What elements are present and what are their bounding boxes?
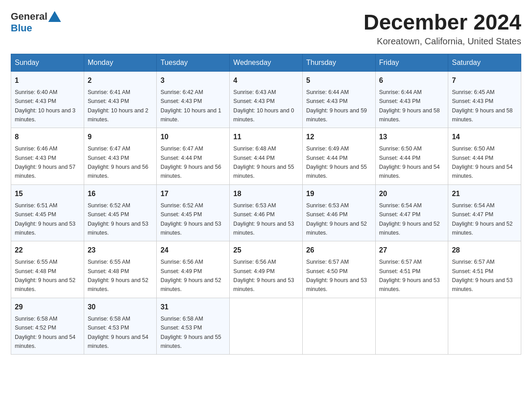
table-row: 11Sunrise: 6:48 AMSunset: 4:44 PMDayligh… xyxy=(230,128,303,185)
col-saturday: Saturday xyxy=(448,54,521,71)
logo-general-text: General xyxy=(11,11,47,22)
calendar-week-row: 1Sunrise: 6:40 AMSunset: 4:43 PMDaylight… xyxy=(11,71,521,128)
day-info: Sunrise: 6:47 AMSunset: 4:44 PMDaylight:… xyxy=(160,146,221,179)
table-row: 26Sunrise: 6:57 AMSunset: 4:50 PMDayligh… xyxy=(302,241,375,298)
day-number: 30 xyxy=(88,302,153,313)
day-info: Sunrise: 6:57 AMSunset: 4:51 PMDaylight:… xyxy=(452,259,513,292)
day-info: Sunrise: 6:56 AMSunset: 4:49 PMDaylight:… xyxy=(233,259,294,292)
page-header: General Blue December 2024 Koreatown, Ca… xyxy=(11,11,521,47)
day-number: 1 xyxy=(15,75,80,86)
table-row: 6Sunrise: 6:44 AMSunset: 4:43 PMDaylight… xyxy=(375,71,448,128)
day-info: Sunrise: 6:58 AMSunset: 4:52 PMDaylight:… xyxy=(15,316,76,349)
table-row: 31Sunrise: 6:58 AMSunset: 4:53 PMDayligh… xyxy=(157,298,230,355)
calendar-title: December 2024 xyxy=(364,11,521,34)
logo: General Blue xyxy=(11,11,61,34)
day-info: Sunrise: 6:43 AMSunset: 4:43 PMDaylight:… xyxy=(233,89,294,123)
table-row: 22Sunrise: 6:55 AMSunset: 4:48 PMDayligh… xyxy=(11,241,84,298)
table-row xyxy=(375,298,448,355)
day-info: Sunrise: 6:56 AMSunset: 4:49 PMDaylight:… xyxy=(160,259,221,292)
calendar-subtitle: Koreatown, California, United States xyxy=(364,36,521,47)
table-row: 29Sunrise: 6:58 AMSunset: 4:52 PMDayligh… xyxy=(11,298,84,355)
day-number: 8 xyxy=(15,132,80,142)
table-row: 9Sunrise: 6:47 AMSunset: 4:43 PMDaylight… xyxy=(84,128,157,185)
col-wednesday: Wednesday xyxy=(230,54,303,71)
day-number: 31 xyxy=(160,302,226,313)
day-info: Sunrise: 6:52 AMSunset: 4:45 PMDaylight:… xyxy=(160,202,221,236)
day-info: Sunrise: 6:53 AMSunset: 4:46 PMDaylight:… xyxy=(233,202,294,236)
day-info: Sunrise: 6:49 AMSunset: 4:44 PMDaylight:… xyxy=(306,146,367,179)
day-info: Sunrise: 6:47 AMSunset: 4:43 PMDaylight:… xyxy=(88,146,149,179)
day-number: 13 xyxy=(379,132,445,142)
day-number: 24 xyxy=(160,245,226,256)
day-info: Sunrise: 6:40 AMSunset: 4:43 PMDaylight:… xyxy=(15,89,76,123)
calendar-week-row: 8Sunrise: 6:46 AMSunset: 4:43 PMDaylight… xyxy=(11,128,521,185)
table-row: 2Sunrise: 6:41 AMSunset: 4:43 PMDaylight… xyxy=(84,71,157,128)
table-row: 24Sunrise: 6:56 AMSunset: 4:49 PMDayligh… xyxy=(157,241,230,298)
day-info: Sunrise: 6:58 AMSunset: 4:53 PMDaylight:… xyxy=(160,316,221,349)
table-row: 30Sunrise: 6:58 AMSunset: 4:53 PMDayligh… xyxy=(84,298,157,355)
table-row: 14Sunrise: 6:50 AMSunset: 4:44 PMDayligh… xyxy=(448,128,521,185)
table-row: 1Sunrise: 6:40 AMSunset: 4:43 PMDaylight… xyxy=(11,71,84,128)
day-number: 10 xyxy=(160,132,226,142)
day-info: Sunrise: 6:50 AMSunset: 4:44 PMDaylight:… xyxy=(379,146,440,179)
table-row: 4Sunrise: 6:43 AMSunset: 4:43 PMDaylight… xyxy=(230,71,303,128)
day-info: Sunrise: 6:57 AMSunset: 4:50 PMDaylight:… xyxy=(306,259,367,292)
day-number: 27 xyxy=(379,245,445,256)
table-row: 8Sunrise: 6:46 AMSunset: 4:43 PMDaylight… xyxy=(11,128,84,185)
table-row: 17Sunrise: 6:52 AMSunset: 4:45 PMDayligh… xyxy=(157,184,230,241)
title-block: December 2024 Koreatown, California, Uni… xyxy=(364,11,521,47)
table-row: 21Sunrise: 6:54 AMSunset: 4:47 PMDayligh… xyxy=(448,184,521,241)
table-row xyxy=(230,298,303,355)
day-info: Sunrise: 6:41 AMSunset: 4:43 PMDaylight:… xyxy=(88,89,149,123)
day-number: 26 xyxy=(306,245,372,256)
table-row: 23Sunrise: 6:55 AMSunset: 4:48 PMDayligh… xyxy=(84,241,157,298)
day-number: 20 xyxy=(379,188,445,199)
table-row: 15Sunrise: 6:51 AMSunset: 4:45 PMDayligh… xyxy=(11,184,84,241)
day-info: Sunrise: 6:51 AMSunset: 4:45 PMDaylight:… xyxy=(15,202,76,236)
col-sunday: Sunday xyxy=(11,54,84,71)
table-row: 27Sunrise: 6:57 AMSunset: 4:51 PMDayligh… xyxy=(375,241,448,298)
calendar-header-row: Sunday Monday Tuesday Wednesday Thursday… xyxy=(11,54,521,71)
col-monday: Monday xyxy=(84,54,157,71)
day-info: Sunrise: 6:53 AMSunset: 4:46 PMDaylight:… xyxy=(306,202,367,236)
svg-marker-1 xyxy=(48,11,61,22)
day-number: 12 xyxy=(306,132,372,142)
day-number: 7 xyxy=(452,75,517,86)
calendar-week-row: 29Sunrise: 6:58 AMSunset: 4:52 PMDayligh… xyxy=(11,298,521,355)
col-tuesday: Tuesday xyxy=(157,54,230,71)
day-info: Sunrise: 6:55 AMSunset: 4:48 PMDaylight:… xyxy=(88,259,149,292)
logo-arrow-icon xyxy=(48,11,61,22)
day-number: 9 xyxy=(88,132,153,142)
day-number: 16 xyxy=(88,188,153,199)
day-number: 14 xyxy=(452,132,517,142)
day-info: Sunrise: 6:48 AMSunset: 4:44 PMDaylight:… xyxy=(233,146,294,179)
table-row: 3Sunrise: 6:42 AMSunset: 4:43 PMDaylight… xyxy=(157,71,230,128)
day-info: Sunrise: 6:46 AMSunset: 4:43 PMDaylight:… xyxy=(15,146,76,179)
table-row: 25Sunrise: 6:56 AMSunset: 4:49 PMDayligh… xyxy=(230,241,303,298)
day-number: 4 xyxy=(233,75,299,86)
logo-blue-text: Blue xyxy=(11,22,32,34)
day-info: Sunrise: 6:44 AMSunset: 4:43 PMDaylight:… xyxy=(306,89,367,123)
day-info: Sunrise: 6:58 AMSunset: 4:53 PMDaylight:… xyxy=(88,316,149,349)
day-info: Sunrise: 6:55 AMSunset: 4:48 PMDaylight:… xyxy=(15,259,76,292)
day-number: 29 xyxy=(15,302,80,313)
table-row: 5Sunrise: 6:44 AMSunset: 4:43 PMDaylight… xyxy=(302,71,375,128)
table-row xyxy=(302,298,375,355)
table-row xyxy=(448,298,521,355)
day-info: Sunrise: 6:44 AMSunset: 4:43 PMDaylight:… xyxy=(379,89,440,123)
table-row: 10Sunrise: 6:47 AMSunset: 4:44 PMDayligh… xyxy=(157,128,230,185)
day-info: Sunrise: 6:54 AMSunset: 4:47 PMDaylight:… xyxy=(379,202,440,236)
table-row: 13Sunrise: 6:50 AMSunset: 4:44 PMDayligh… xyxy=(375,128,448,185)
table-row: 7Sunrise: 6:45 AMSunset: 4:43 PMDaylight… xyxy=(448,71,521,128)
day-info: Sunrise: 6:45 AMSunset: 4:43 PMDaylight:… xyxy=(452,89,513,123)
day-number: 6 xyxy=(379,75,445,86)
day-number: 18 xyxy=(233,188,299,199)
col-thursday: Thursday xyxy=(302,54,375,71)
table-row: 19Sunrise: 6:53 AMSunset: 4:46 PMDayligh… xyxy=(302,184,375,241)
day-info: Sunrise: 6:52 AMSunset: 4:45 PMDaylight:… xyxy=(88,202,149,236)
day-number: 5 xyxy=(306,75,372,86)
table-row: 20Sunrise: 6:54 AMSunset: 4:47 PMDayligh… xyxy=(375,184,448,241)
day-number: 22 xyxy=(15,245,80,256)
calendar-week-row: 15Sunrise: 6:51 AMSunset: 4:45 PMDayligh… xyxy=(11,184,521,241)
day-info: Sunrise: 6:57 AMSunset: 4:51 PMDaylight:… xyxy=(379,259,440,292)
